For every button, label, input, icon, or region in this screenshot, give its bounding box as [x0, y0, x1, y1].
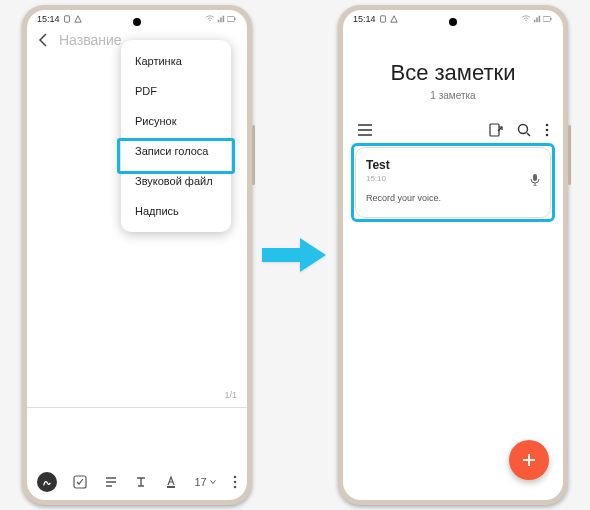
editor-toolbar: 17	[27, 468, 247, 496]
svg-rect-9	[543, 17, 551, 22]
camera-hole	[449, 18, 457, 26]
svg-point-14	[546, 129, 549, 132]
svg-point-5	[234, 476, 237, 479]
chevron-down-icon	[209, 478, 217, 486]
pdf-export-icon[interactable]	[489, 123, 503, 137]
svg-rect-4	[167, 486, 175, 488]
plus-icon	[521, 452, 537, 468]
note-time: 15:10	[366, 174, 540, 183]
wifi-icon	[205, 15, 215, 23]
page-divider	[27, 407, 247, 408]
menu-item-text[interactable]: Надпись	[121, 196, 231, 226]
notification-icon	[390, 15, 398, 23]
text-style-button[interactable]	[134, 475, 148, 489]
notification-icon	[74, 15, 82, 23]
text-color-button[interactable]	[164, 475, 178, 489]
svg-point-12	[519, 125, 528, 134]
svg-point-6	[234, 481, 237, 484]
signal-icon	[217, 15, 225, 23]
svg-rect-8	[380, 16, 385, 22]
svg-rect-10	[551, 18, 552, 20]
note-title-input[interactable]: Название	[59, 32, 122, 48]
checkbox-button[interactable]	[73, 475, 87, 489]
menu-item-image[interactable]: Картинка	[121, 46, 231, 76]
notification-icon	[63, 15, 71, 23]
more-button[interactable]	[233, 475, 237, 489]
wifi-icon	[521, 15, 531, 23]
menu-item-voice[interactable]: Записи голоса	[121, 136, 231, 166]
list-toolbar	[343, 117, 563, 147]
svg-rect-2	[235, 18, 236, 20]
menu-item-drawing[interactable]: Рисунок	[121, 106, 231, 136]
status-time: 15:14	[353, 14, 376, 24]
svg-rect-11	[490, 124, 499, 136]
font-size-value: 17	[194, 476, 206, 488]
battery-icon	[227, 15, 237, 23]
menu-item-pdf[interactable]: PDF	[121, 76, 231, 106]
screen-left: 15:14 Название 1/1	[27, 10, 247, 500]
svg-point-7	[234, 486, 237, 489]
handwriting-button[interactable]	[37, 472, 57, 492]
notification-icon	[379, 15, 387, 23]
attach-menu: Картинка PDF Рисунок Записи голоса Звуко…	[121, 40, 231, 232]
menu-icon[interactable]	[357, 123, 373, 137]
note-card[interactable]: Test 15:10 Record your voice.	[355, 147, 551, 218]
battery-icon	[543, 15, 553, 23]
back-icon[interactable]	[37, 33, 49, 47]
add-note-button[interactable]	[509, 440, 549, 480]
notes-count: 1 заметка	[353, 90, 553, 101]
microphone-icon	[530, 174, 540, 186]
page-title: Все заметки	[353, 60, 553, 86]
note-preview: Record your voice.	[366, 193, 540, 203]
more-icon[interactable]	[545, 123, 549, 137]
svg-rect-16	[533, 174, 537, 181]
font-size-button[interactable]: 17	[194, 476, 216, 488]
signal-icon	[533, 15, 541, 23]
page-counter: 1/1	[224, 390, 237, 400]
arrow-icon	[260, 230, 330, 280]
phone-frame-left: 15:14 Название 1/1	[22, 5, 252, 505]
status-time: 15:14	[37, 14, 60, 24]
svg-point-15	[546, 134, 549, 137]
menu-item-audio[interactable]: Звуковой файл	[121, 166, 231, 196]
screen-right: 15:14 Все заметки 1 заметка	[343, 10, 563, 500]
svg-rect-1	[227, 17, 235, 22]
phone-frame-right: 15:14 Все заметки 1 заметка	[338, 5, 568, 505]
search-icon[interactable]	[517, 123, 531, 137]
svg-point-13	[546, 124, 549, 127]
note-title: Test	[366, 158, 540, 172]
svg-rect-0	[64, 16, 69, 22]
camera-hole	[133, 18, 141, 26]
notes-list-header: Все заметки 1 заметка	[343, 26, 563, 117]
list-style-button[interactable]	[104, 475, 118, 489]
